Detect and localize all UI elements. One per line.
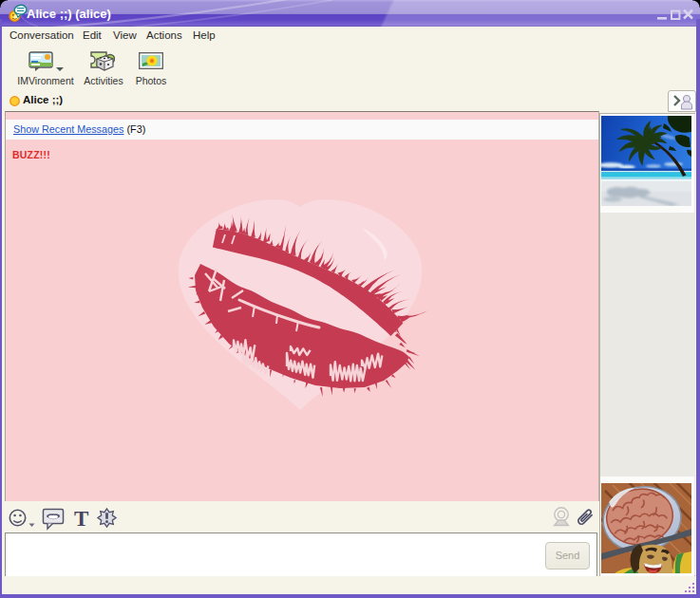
svg-text:T: T (74, 507, 88, 531)
